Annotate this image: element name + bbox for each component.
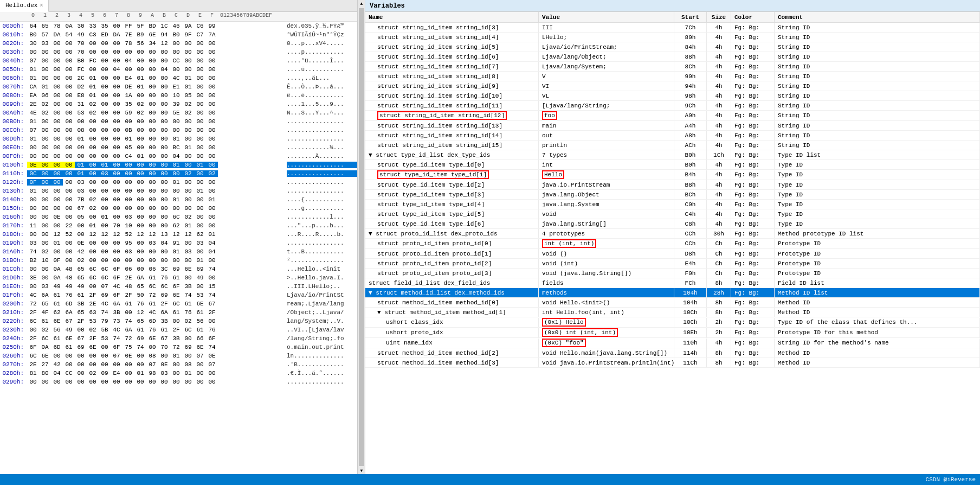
var-row[interactable]: struct string_id_item string_id[14]outA8… — [365, 131, 980, 141]
hex-row[interactable]: 0020h: 30030000700000007856341200000000 … — [0, 39, 357, 48]
hex-row[interactable]: 00B0h: 01000000000000000000000000000000 … — [0, 117, 357, 126]
hex-row[interactable]: 0290h: 00000000000000000000000000000000 … — [0, 378, 357, 386]
var-row[interactable]: struct method_id_item method_id[3]void j… — [365, 358, 980, 368]
var-row[interactable]: ▼ struct method_id_list dex_method_idsme… — [365, 288, 980, 298]
hex-byte[interactable]: 65 — [39, 23, 51, 29]
var-row[interactable]: struct type_id_item type_id[2]java.io.Pr… — [365, 180, 980, 190]
hex-byte[interactable]: 33 — [87, 23, 99, 29]
hex-byte[interactable]: 99 — [206, 23, 218, 29]
var-row[interactable]: struct type_id_item type_id[0]intB0h4hFg… — [365, 160, 980, 170]
hex-row[interactable]: 0190h: 030001000E0000009500030491000304 … — [0, 239, 357, 247]
hex-byte[interactable]: C6 — [194, 23, 206, 29]
var-row[interactable]: struct string_id_item string_id[13]mainA… — [365, 121, 980, 131]
scroll-up-arrow[interactable]: ▲ — [359, 0, 364, 7]
var-row[interactable]: ▼ struct method_id_item method_id[1]int … — [365, 308, 980, 317]
hex-row[interactable]: 0210h: 2F4F626A6563743B00124C6A6176612F … — [0, 308, 357, 317]
hex-row[interactable]: 00E0h: 000000000900000005000000BC010000 … — [0, 143, 357, 152]
var-row[interactable]: struct method_id_item method_id[2]void H… — [365, 348, 980, 358]
hex-row[interactable]: 0140h: 000000007B0200000000000001000001 … — [0, 195, 357, 204]
var-row[interactable]: struct string_id_item string_id[3]III7Ch… — [365, 23, 980, 33]
var-row[interactable]: struct string_id_item string_id[15]print… — [365, 141, 980, 150]
var-row[interactable]: struct string_id_item string_id[4]LHello… — [365, 33, 980, 42]
hex-byte[interactable]: 9A — [182, 23, 194, 29]
hex-row[interactable]: 01D0h: 3E000A48656C6C6F2E6A617661004900 … — [0, 273, 357, 282]
hex-row[interactable]: 0270h: 2E274200000000000000070E00080007 … — [0, 360, 357, 369]
var-row[interactable]: struct string_id_item string_id[10]VL98h… — [365, 91, 980, 101]
hex-row[interactable]: 0080h: EA060000E80100001A00000010050000 … — [0, 91, 357, 100]
tab-close-icon[interactable]: × — [40, 3, 43, 9]
hex-row[interactable]: 0150h: 00000000670200000000000000000000 … — [0, 204, 357, 213]
hex-byte[interactable]: FF — [122, 23, 134, 29]
var-row[interactable]: struct string_id_item string_id[11][Ljav… — [365, 101, 980, 111]
hex-row[interactable]: 00F0h: 0000000000000000C401000004000000 … — [0, 152, 357, 161]
scroll-thumb[interactable] — [359, 8, 364, 466]
var-row[interactable]: struct field_id_list dex_field_idsfields… — [365, 278, 980, 288]
hex-row[interactable]: 0130h: 01000000030000000000000000000100 … — [0, 187, 357, 195]
hex-row[interactable]: 0180h: 00001252001212125212121312126201 … — [0, 230, 357, 239]
hex-row-0120[interactable]: 0120h: 0F000000030000000000000001000000 … — [0, 178, 357, 187]
hex-row[interactable]: 0240h: 2F6C616E672F537472696E673B00666F … — [0, 334, 357, 343]
hex-row[interactable]: 0200h: 7265616D3B2E4C6A6176612F6C616E67 … — [0, 299, 357, 308]
scroll-down-arrow[interactable]: ▼ — [359, 467, 364, 474]
hex-content[interactable]: 0000h: 6465780A30333500FF5FBD1C469AC699 … — [0, 22, 357, 474]
hex-row-0110[interactable]: 0110h: 0C000000010003000000000000020002 … — [0, 169, 357, 178]
hex-row[interactable]: 0060h: 010000002C010000E40100004C010000 … — [0, 74, 357, 82]
var-row[interactable]: struct string_id_item string_id[8]V90h4h… — [365, 72, 980, 81]
hex-scrollbar[interactable]: ▲ ▼ — [358, 0, 365, 474]
hex-byte[interactable]: 46 — [170, 23, 182, 29]
var-row[interactable]: ushort proto_idx(0x0) int (int, int)10Eh… — [365, 328, 980, 338]
hex-byte[interactable]: 35 — [99, 23, 111, 29]
hex-row[interactable]: 0260h: 6C6E0000000000070E0008000100070E … — [0, 352, 357, 360]
hex-row[interactable]: 00C0h: 07000000080000000B00000000000000 … — [0, 126, 357, 135]
var-row[interactable]: struct type_id_item type_id[6]java.lang.… — [365, 219, 980, 229]
var-row[interactable]: struct proto_id_item proto_id[2]void (in… — [365, 259, 980, 269]
hex-row[interactable]: 01F0h: 4C6A6176612F696F2F5072696E745374 … — [0, 291, 357, 299]
hex-byte[interactable]: 64 — [27, 23, 39, 29]
var-row[interactable]: struct type_id_item type_id[3]java.lang.… — [365, 190, 980, 200]
hex-byte[interactable]: 1C — [158, 23, 170, 29]
hex-row[interactable]: 00A0h: 4E02000053020000590200005E020000 … — [0, 109, 357, 117]
hex-row[interactable]: 01A0h: 74020000420000000300000001030004 … — [0, 247, 357, 256]
hex-byte[interactable]: 30 — [75, 23, 87, 29]
var-row[interactable]: struct string_id_item string_id[12]fooA0… — [365, 111, 980, 121]
var-row[interactable]: struct proto_id_item proto_id[0]int (int… — [365, 239, 980, 249]
hex-row[interactable]: 0160h: 00000E0005000100030000006C020000 … — [0, 213, 357, 221]
var-row[interactable]: struct proto_id_item proto_id[3]void (ja… — [365, 269, 980, 278]
hex-row[interactable]: 01E0h: 000349494900074C48656C6C6F3B0015 … — [0, 282, 357, 291]
hex-byte[interactable]: 5F — [134, 23, 146, 29]
hex-row[interactable]: 0250h: 6F0A6D61696E006F7574007072696E74 … — [0, 343, 357, 352]
hex-byte[interactable]: 0A — [63, 23, 75, 29]
var-row[interactable]: struct type_id_item type_id[1]HelloB4h4h… — [365, 170, 980, 180]
var-row[interactable]: struct proto_id_item proto_id[1]void ()D… — [365, 249, 980, 259]
hex-byte[interactable]: 78 — [51, 23, 63, 29]
var-row[interactable]: struct string_id_item string_id[7]Ljava/… — [365, 62, 980, 72]
hex-row[interactable]: 0070h: CA010000D2010000DE010000E1010000 … — [0, 82, 357, 91]
hex-row[interactable]: 01B0h: B2100F00020000000000000000000100 … — [0, 256, 357, 265]
hex-row[interactable]: 00D0h: 01000000010000000100000001000000 … — [0, 135, 357, 143]
hex-row-0100[interactable]: 0100h: 0E000000010001000000000001000100 … — [0, 161, 357, 169]
hex-row[interactable]: 0010h: B057DA5449C3EDDA7EB96E94B09FC77A … — [0, 30, 357, 39]
hex-row[interactable]: 0030h: 00000000700000000000000000000000 … — [0, 48, 357, 56]
var-row[interactable]: struct type_id_item type_id[4]java.lang.… — [365, 200, 980, 209]
vars-content[interactable]: struct string_id_item string_id[3]III7Ch… — [365, 23, 980, 474]
hex-byte[interactable]: 00 — [111, 23, 122, 29]
var-row[interactable]: struct string_id_item string_id[5]Ljava/… — [365, 42, 980, 52]
var-row[interactable]: struct string_id_item string_id[6]Ljava/… — [365, 52, 980, 62]
var-row[interactable]: struct method_id_item method_id[0]void H… — [365, 298, 980, 308]
hex-row[interactable]: 0090h: 2E020000310200003502000039020000 … — [0, 100, 357, 109]
hex-row[interactable]: 01C0h: 00000A48656C6C6F0600063C696E6974 … — [0, 265, 357, 273]
var-row[interactable]: struct string_id_item string_id[9]VI94h4… — [365, 81, 980, 91]
hex-row[interactable]: 0220h: 6C616E672F53797374656D3B00025600 … — [0, 317, 357, 326]
hex-row[interactable]: 0050h: 01000000FC0000040000000400000000 … — [0, 65, 357, 74]
hex-row[interactable]: 0280h: 818004CC000209E40001980300010000 … — [0, 369, 357, 378]
var-row[interactable]: ushort class_idx(0x1) Hello10Ch2hFg: Bg:… — [365, 317, 980, 328]
hex-row[interactable]: 0040h: 07000000B0FC000004000000CC000000 … — [0, 56, 357, 65]
var-row[interactable]: ▼ struct proto_id_list dex_proto_ids4 pr… — [365, 229, 980, 239]
hex-tab[interactable]: Hello.dex × — [0, 0, 49, 12]
var-row[interactable]: uint name_idx(0xC) "foo"110h4hFg: Bg:Str… — [365, 338, 980, 348]
hex-row[interactable]: 0000h: 6465780A30333500FF5FBD1C469AC699 … — [0, 22, 357, 30]
var-row[interactable]: struct type_id_item type_id[5]voidC4h4hF… — [365, 209, 980, 219]
var-row[interactable]: ▼ struct type_id_list dex_type_ids7 type… — [365, 150, 980, 160]
hex-byte[interactable]: BD — [146, 23, 158, 29]
hex-row[interactable]: 0230h: 0002564900025B4C6A6176612F6C6176 … — [0, 326, 357, 334]
